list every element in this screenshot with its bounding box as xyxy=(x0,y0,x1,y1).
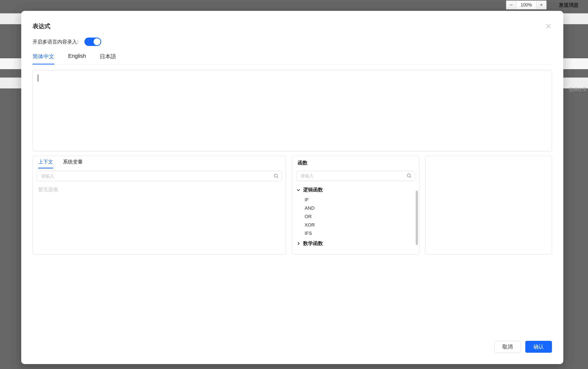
svg-line-5 xyxy=(410,177,411,178)
lang-tab-ja[interactable]: 日本語 xyxy=(100,53,116,64)
multilang-toggle[interactable] xyxy=(84,38,101,46)
svg-line-3 xyxy=(277,177,278,178)
functions-scrollbar[interactable] xyxy=(416,191,418,245)
fn-category-label: 逻辑函数 xyxy=(303,186,323,193)
function-detail-panel xyxy=(425,156,552,255)
send-message-header: 发送消息 xyxy=(559,2,579,8)
zoom-out-button[interactable]: − xyxy=(506,0,516,9)
expression-input[interactable] xyxy=(33,70,552,151)
fn-category-label: 数学函数 xyxy=(303,240,323,247)
chevron-down-icon xyxy=(296,188,301,192)
context-panel: 上下文 系统变量 暂无选项 xyxy=(33,156,286,255)
functions-title: 函数 xyxy=(292,156,419,168)
fn-item-or[interactable]: OR xyxy=(296,212,415,221)
svg-point-4 xyxy=(407,174,410,177)
lang-tab-zh[interactable]: 简体中文 xyxy=(33,53,54,64)
functions-search-input[interactable] xyxy=(296,171,415,181)
context-tab-sysvars[interactable]: 系统变量 xyxy=(63,159,83,168)
fn-category-math[interactable]: 数学函数 xyxy=(296,238,415,249)
close-icon[interactable] xyxy=(545,23,552,30)
modal-title: 表达式 xyxy=(33,22,50,30)
context-tab-context[interactable]: 上下文 xyxy=(38,159,53,168)
fn-item-and[interactable]: AND xyxy=(296,204,415,212)
fn-item-ifs[interactable]: IFS xyxy=(296,229,415,238)
fn-item-if[interactable]: IF xyxy=(296,196,415,204)
lang-tab-en[interactable]: English xyxy=(68,53,86,64)
functions-panel: 函数 逻辑函数 IF xyxy=(292,156,419,255)
search-icon xyxy=(407,173,412,179)
fn-category-logic[interactable]: 逻辑函数 xyxy=(296,184,415,196)
context-empty-hint: 暂无选项 xyxy=(33,181,286,198)
zoom-controls: − 100% + xyxy=(506,0,547,9)
chevron-right-icon xyxy=(296,241,301,246)
cancel-button[interactable]: 取消 xyxy=(494,341,521,353)
expression-modal: 表达式 开启多语言内容录入: 简体中文 English 日本語 xyxy=(21,11,563,364)
bg-side-hint: 选择处理 xyxy=(569,86,587,92)
zoom-in-button[interactable]: + xyxy=(536,0,547,9)
fn-item-xor[interactable]: XOR xyxy=(296,221,415,229)
confirm-button[interactable]: 确认 xyxy=(525,341,552,353)
context-search-input[interactable] xyxy=(37,171,282,181)
multilang-label: 开启多语言内容录入: xyxy=(33,39,78,45)
search-icon xyxy=(274,173,279,179)
zoom-value: 100% xyxy=(516,0,536,9)
svg-point-2 xyxy=(274,174,277,177)
